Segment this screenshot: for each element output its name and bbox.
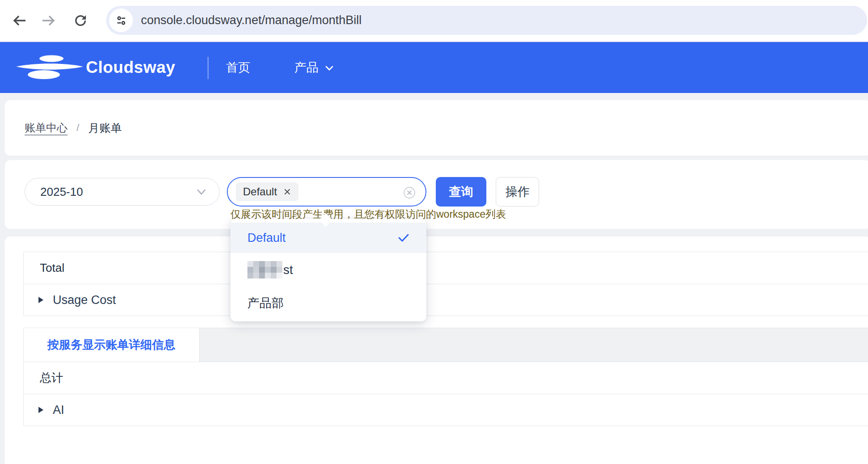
dropdown-option-default[interactable]: Default	[230, 223, 426, 253]
nav-item-home[interactable]: 首页	[226, 42, 250, 93]
address-bar[interactable]: console.cloudsway.net/manage/monthBill	[106, 6, 867, 35]
row-label: Total	[40, 261, 64, 275]
chevron-down-icon	[196, 189, 207, 196]
table-row-usage-cost[interactable]: Usage Cost	[24, 284, 868, 316]
browser-forward-icon[interactable]	[40, 13, 56, 29]
breadcrumb-separator: /	[77, 122, 79, 134]
workspace-multiselect[interactable]: Default	[227, 177, 426, 207]
tune-icon	[115, 14, 128, 27]
workspace-tag: Default	[236, 182, 298, 201]
main-content-card: Total Usage Cost 按服务显示账单详细信息 总计 AI	[5, 236, 868, 464]
pixelated-text	[247, 261, 282, 278]
browser-reload-icon[interactable]	[72, 13, 89, 29]
table-row-total: Total	[24, 252, 868, 284]
expand-arrow-icon	[38, 407, 43, 413]
header-divider	[208, 57, 208, 79]
option-label: Default	[247, 231, 286, 245]
tab-bill-details-by-service[interactable]: 按服务显示账单详细信息	[24, 328, 200, 362]
row-label: Usage Cost	[53, 293, 116, 307]
action-button[interactable]: 操作	[496, 177, 539, 207]
option-label-suffix: st	[283, 263, 293, 277]
option-label: 产品部	[247, 295, 284, 311]
site-settings-button[interactable]	[109, 8, 133, 32]
browser-back-icon[interactable]	[12, 13, 28, 29]
check-icon	[398, 233, 409, 243]
month-select-value: 2025-10	[40, 185, 83, 199]
month-select[interactable]: 2025-10	[25, 178, 220, 206]
table-row-ai[interactable]: AI	[24, 394, 868, 426]
chevron-down-icon	[325, 65, 334, 72]
breadcrumb-card: 账单中心 / 月账单	[5, 100, 868, 156]
summary-table: Total Usage Cost	[23, 252, 868, 316]
expand-arrow-icon	[38, 297, 43, 303]
nav-item-products[interactable]: 产品	[294, 42, 334, 93]
nav-home-label: 首页	[226, 42, 250, 93]
cloudsway-logo-icon[interactable]	[16, 53, 83, 82]
row-label: AI	[53, 403, 64, 417]
breadcrumb: 账单中心 / 月账单	[25, 100, 122, 156]
detail-table: 总计 AI	[23, 362, 868, 426]
nav-products-label: 产品	[294, 42, 319, 93]
breadcrumb-link-billing-center[interactable]: 账单中心	[25, 121, 68, 135]
tab-label: 按服务显示账单详细信息	[47, 337, 175, 353]
clear-selection-icon[interactable]	[403, 186, 416, 199]
browser-toolbar: console.cloudsway.net/manage/monthBill	[0, 0, 868, 42]
workspace-dropdown: Default st 产品部	[230, 219, 426, 321]
dropdown-option-censored[interactable]: st	[230, 253, 426, 287]
query-button[interactable]: 查询	[436, 177, 486, 207]
table-row-grand-total: 总计	[24, 362, 868, 394]
brand-name[interactable]: Cloudsway	[86, 42, 175, 93]
workspace-tag-label: Default	[243, 186, 277, 198]
detail-tabstrip: 按服务显示账单详细信息	[23, 328, 868, 362]
tag-remove-icon[interactable]	[283, 188, 291, 196]
filter-card: 2025-10 Default 查询 操作 仅展示该时间段产生费用，且您有权限访…	[5, 160, 868, 229]
row-label: 总计	[40, 370, 63, 386]
site-header: Cloudsway 首页 产品	[0, 42, 868, 93]
dropdown-option-product-dept[interactable]: 产品部	[230, 287, 426, 320]
breadcrumb-current-month-bill: 月账单	[88, 121, 122, 135]
url-text[interactable]: console.cloudsway.net/manage/monthBill	[141, 6, 362, 35]
